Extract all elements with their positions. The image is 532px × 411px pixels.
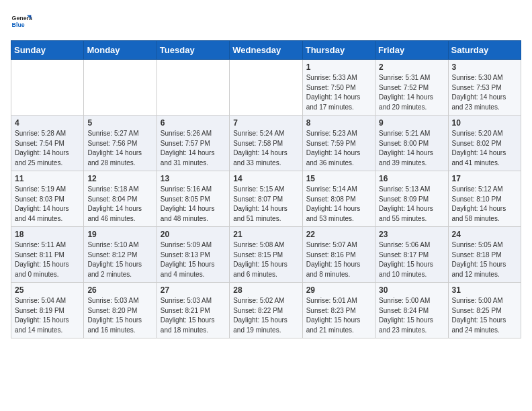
day-cell: 26Sunrise: 5:03 AM Sunset: 8:20 PM Dayli… (84, 283, 157, 338)
day-content: Sunrise: 5:03 AM Sunset: 8:21 PM Dayligh… (161, 296, 226, 335)
day-header-saturday: Saturday (448, 41, 521, 60)
day-content: Sunrise: 5:05 AM Sunset: 8:18 PM Dayligh… (452, 240, 517, 279)
day-content: Sunrise: 5:27 AM Sunset: 7:56 PM Dayligh… (87, 129, 152, 168)
day-content: Sunrise: 5:12 AM Sunset: 8:10 PM Dayligh… (452, 185, 517, 224)
day-number: 9 (379, 118, 444, 128)
day-header-monday: Monday (84, 41, 157, 60)
day-cell: 2Sunrise: 5:31 AM Sunset: 7:52 PM Daylig… (375, 60, 448, 116)
day-cell: 22Sunrise: 5:07 AM Sunset: 8:16 PM Dayli… (302, 227, 375, 283)
day-header-wednesday: Wednesday (230, 41, 302, 60)
day-cell: 14Sunrise: 5:15 AM Sunset: 8:07 PM Dayli… (230, 171, 302, 227)
day-content: Sunrise: 5:33 AM Sunset: 7:50 PM Dayligh… (306, 73, 371, 112)
day-number: 4 (15, 118, 80, 128)
day-cell: 27Sunrise: 5:03 AM Sunset: 8:21 PM Dayli… (157, 283, 229, 338)
svg-text:Blue: Blue (12, 21, 25, 28)
day-content: Sunrise: 5:23 AM Sunset: 7:59 PM Dayligh… (306, 129, 371, 168)
day-content: Sunrise: 5:00 AM Sunset: 8:25 PM Dayligh… (452, 296, 517, 335)
day-cell: 30Sunrise: 5:00 AM Sunset: 8:24 PM Dayli… (375, 283, 448, 338)
day-number: 17 (452, 174, 517, 183)
calendar-table: SundayMondayTuesdayWednesdayThursdayFrid… (11, 40, 521, 338)
day-cell: 17Sunrise: 5:12 AM Sunset: 8:10 PM Dayli… (448, 171, 521, 227)
day-cell: 9Sunrise: 5:21 AM Sunset: 8:00 PM Daylig… (375, 116, 448, 171)
day-number: 16 (379, 174, 444, 183)
day-number: 8 (306, 118, 371, 128)
day-cell: 28Sunrise: 5:02 AM Sunset: 8:22 PM Dayli… (230, 283, 302, 338)
day-number: 18 (15, 230, 80, 239)
header: General Blue (11, 11, 521, 32)
week-row-5: 25Sunrise: 5:04 AM Sunset: 8:19 PM Dayli… (11, 283, 521, 338)
day-content: Sunrise: 5:20 AM Sunset: 8:02 PM Dayligh… (452, 129, 517, 168)
day-number: 30 (379, 285, 444, 295)
header-row: SundayMondayTuesdayWednesdayThursdayFrid… (11, 41, 521, 60)
day-number: 27 (161, 285, 226, 295)
day-number: 29 (306, 285, 371, 295)
day-number: 1 (306, 62, 371, 72)
day-number: 24 (452, 230, 517, 239)
day-cell: 5Sunrise: 5:27 AM Sunset: 7:56 PM Daylig… (84, 116, 157, 171)
day-number: 28 (233, 285, 298, 295)
day-content: Sunrise: 5:28 AM Sunset: 7:54 PM Dayligh… (15, 129, 80, 168)
day-content: Sunrise: 5:00 AM Sunset: 8:24 PM Dayligh… (379, 296, 444, 335)
logo-icon: General Blue (11, 11, 32, 32)
day-number: 31 (452, 285, 517, 295)
day-cell: 25Sunrise: 5:04 AM Sunset: 8:19 PM Dayli… (11, 283, 84, 338)
day-content: Sunrise: 5:06 AM Sunset: 8:17 PM Dayligh… (379, 240, 444, 279)
day-cell: 13Sunrise: 5:16 AM Sunset: 8:05 PM Dayli… (157, 171, 229, 227)
day-cell: 19Sunrise: 5:10 AM Sunset: 8:12 PM Dayli… (84, 227, 157, 283)
day-cell: 21Sunrise: 5:08 AM Sunset: 8:15 PM Dayli… (230, 227, 302, 283)
day-content: Sunrise: 5:07 AM Sunset: 8:16 PM Dayligh… (306, 240, 371, 279)
day-cell: 23Sunrise: 5:06 AM Sunset: 8:17 PM Dayli… (375, 227, 448, 283)
day-number: 13 (161, 174, 226, 183)
day-content: Sunrise: 5:04 AM Sunset: 8:19 PM Dayligh… (15, 296, 80, 335)
day-cell: 16Sunrise: 5:13 AM Sunset: 8:09 PM Dayli… (375, 171, 448, 227)
day-cell: 18Sunrise: 5:11 AM Sunset: 8:11 PM Dayli… (11, 227, 84, 283)
day-content: Sunrise: 5:14 AM Sunset: 8:08 PM Dayligh… (306, 185, 371, 224)
day-cell: 29Sunrise: 5:01 AM Sunset: 8:23 PM Dayli… (302, 283, 375, 338)
day-number: 15 (306, 174, 371, 183)
day-content: Sunrise: 5:16 AM Sunset: 8:05 PM Dayligh… (161, 185, 226, 224)
day-cell (11, 60, 84, 116)
day-content: Sunrise: 5:15 AM Sunset: 8:07 PM Dayligh… (233, 185, 298, 224)
day-content: Sunrise: 5:09 AM Sunset: 8:13 PM Dayligh… (161, 240, 226, 279)
day-header-thursday: Thursday (302, 41, 375, 60)
day-cell (230, 60, 302, 116)
day-content: Sunrise: 5:26 AM Sunset: 7:57 PM Dayligh… (161, 129, 226, 168)
day-number: 12 (87, 174, 152, 183)
day-number: 2 (379, 62, 444, 72)
week-row-4: 18Sunrise: 5:11 AM Sunset: 8:11 PM Dayli… (11, 227, 521, 283)
day-number: 10 (452, 118, 517, 128)
day-cell: 20Sunrise: 5:09 AM Sunset: 8:13 PM Dayli… (157, 227, 229, 283)
week-row-3: 11Sunrise: 5:19 AM Sunset: 8:03 PM Dayli… (11, 171, 521, 227)
day-content: Sunrise: 5:01 AM Sunset: 8:23 PM Dayligh… (306, 296, 371, 335)
day-cell: 6Sunrise: 5:26 AM Sunset: 7:57 PM Daylig… (157, 116, 229, 171)
day-cell: 4Sunrise: 5:28 AM Sunset: 7:54 PM Daylig… (11, 116, 84, 171)
day-content: Sunrise: 5:03 AM Sunset: 8:20 PM Dayligh… (87, 296, 152, 335)
day-content: Sunrise: 5:21 AM Sunset: 8:00 PM Dayligh… (379, 129, 444, 168)
day-number: 5 (87, 118, 152, 128)
day-number: 7 (233, 118, 298, 128)
day-cell: 11Sunrise: 5:19 AM Sunset: 8:03 PM Dayli… (11, 171, 84, 227)
week-row-1: 1Sunrise: 5:33 AM Sunset: 7:50 PM Daylig… (11, 60, 521, 116)
day-number: 21 (233, 230, 298, 239)
day-number: 26 (87, 285, 152, 295)
day-cell (157, 60, 229, 116)
day-cell: 3Sunrise: 5:30 AM Sunset: 7:53 PM Daylig… (448, 60, 521, 116)
day-content: Sunrise: 5:19 AM Sunset: 8:03 PM Dayligh… (15, 185, 80, 224)
day-content: Sunrise: 5:13 AM Sunset: 8:09 PM Dayligh… (379, 185, 444, 224)
day-number: 22 (306, 230, 371, 239)
day-content: Sunrise: 5:02 AM Sunset: 8:22 PM Dayligh… (233, 296, 298, 335)
day-cell: 1Sunrise: 5:33 AM Sunset: 7:50 PM Daylig… (302, 60, 375, 116)
day-cell: 12Sunrise: 5:18 AM Sunset: 8:04 PM Dayli… (84, 171, 157, 227)
day-number: 11 (15, 174, 80, 183)
logo: General Blue (11, 11, 32, 32)
day-number: 14 (233, 174, 298, 183)
day-number: 6 (161, 118, 226, 128)
day-cell: 10Sunrise: 5:20 AM Sunset: 8:02 PM Dayli… (448, 116, 521, 171)
day-cell (84, 60, 157, 116)
day-cell: 24Sunrise: 5:05 AM Sunset: 8:18 PM Dayli… (448, 227, 521, 283)
day-cell: 8Sunrise: 5:23 AM Sunset: 7:59 PM Daylig… (302, 116, 375, 171)
day-header-friday: Friday (375, 41, 448, 60)
day-header-sunday: Sunday (11, 41, 84, 60)
day-content: Sunrise: 5:30 AM Sunset: 7:53 PM Dayligh… (452, 73, 517, 112)
day-content: Sunrise: 5:18 AM Sunset: 8:04 PM Dayligh… (87, 185, 152, 224)
